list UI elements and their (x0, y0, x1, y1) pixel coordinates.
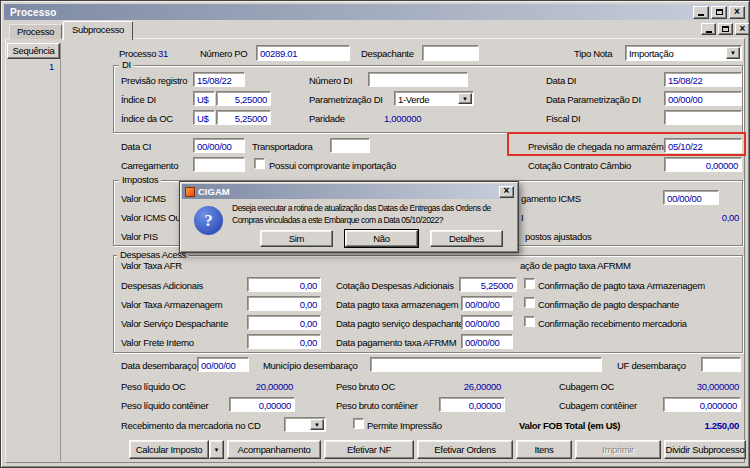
data-ci-field[interactable]: 00/00/00 (193, 138, 245, 153)
icms-fragment-value: 0,00 (691, 212, 739, 223)
icms-fragment-label: I (521, 212, 523, 223)
peso-bruto-oc-label: Peso bruto OC (336, 381, 395, 392)
despesas-adicionais-field[interactable]: 0,00 (247, 277, 321, 292)
indice-oc-field[interactable]: 5,25000 (216, 110, 271, 125)
cotacao-despesas-label: Cotação Despesas Adicionais (336, 280, 454, 291)
data-pagto-armazenagem-field[interactable]: 00/00/00 (461, 296, 513, 311)
previsao-registro-field[interactable]: 15/08/22 (193, 72, 245, 87)
minimize-glyph (698, 14, 704, 16)
recebimento-cd-chevron-down-icon[interactable]: ▼ (310, 419, 324, 430)
uf-desembaraco-field[interactable] (701, 357, 741, 372)
tab-processo[interactable]: Processo (9, 24, 62, 39)
itens-button[interactable]: Itens (516, 440, 572, 459)
conf-taxa-armazenagem-label: Confirmação de pagto taxa Armazenagem (538, 280, 705, 291)
calcular-imposto-dropdown-button[interactable]: ▼ (209, 440, 224, 459)
data-desembaraco-field[interactable]: 00/00/00 (197, 357, 249, 372)
tipo-nota-chevron-down-icon[interactable]: ▼ (726, 47, 740, 59)
uf-desembaraco-label: UF desembaraço (617, 360, 686, 371)
child-minimize-icon[interactable] (701, 23, 716, 35)
processo-value: 31 (158, 48, 168, 59)
conf-taxa-armazenagem-checkbox[interactable] (524, 278, 535, 289)
dividir-subprocesso-button[interactable]: Dividir Subprocesso (664, 440, 746, 459)
indice-oc-moeda-field[interactable]: U$ (193, 110, 215, 125)
impostos-ajustados-label: postos ajustados (525, 231, 592, 242)
data-di-field[interactable]: 15/08/22 (664, 72, 742, 87)
confirmacao-afrmm-label: ação de pagto taxa AFRMM (520, 260, 631, 271)
sequencia-row[interactable]: 1 (7, 61, 54, 72)
permite-impressao-checkbox[interactable] (353, 418, 364, 429)
peso-liquido-conteiner-field[interactable]: 0,00000 (229, 397, 295, 412)
recebimento-cd-label: Recebimento da mercadoria no CD (121, 420, 261, 431)
transportadora-field[interactable] (330, 138, 370, 153)
efetivar-nf-button[interactable]: Efetivar NF (324, 440, 414, 459)
carregamento-label: Carregamento (121, 160, 178, 171)
data-parametrizacao-di-field[interactable]: 00/00/00 (664, 91, 742, 106)
indice-di-field[interactable]: 5,25000 (216, 91, 271, 106)
dialog-titlebar: CIGAM × (182, 184, 516, 199)
peso-liquido-oc-label: Peso líquido OC (121, 381, 186, 392)
dialog-message-line2: Compras vinculadas a este Embarque com a… (232, 215, 518, 225)
valor-frete-interno-field[interactable]: 0,00 (247, 334, 321, 349)
peso-bruto-conteiner-field[interactable]: 0,00000 (439, 397, 505, 412)
data-pagto-armazenagem-label: Data pagto taxa armazenagem (336, 299, 458, 310)
chevron-down-glyph: ▼ (314, 422, 320, 428)
conf-despachante-checkbox[interactable] (524, 297, 535, 308)
dialog-close-icon[interactable]: × (499, 186, 514, 198)
fiscal-di-field[interactable] (664, 110, 742, 125)
efetivar-ordens-button[interactable]: Efetivar Ordens (417, 440, 513, 459)
detalhes-button[interactable]: Detalhes (430, 230, 503, 247)
calcular-imposto-button[interactable]: Calcular Imposto (129, 440, 209, 459)
question-glyph: ? (204, 211, 213, 231)
cotacao-despesas-field[interactable]: 5,25000 (459, 277, 517, 292)
window-titlebar: Processo × (4, 4, 747, 20)
parametrizacao-di-select[interactable]: 1-Verde ▼ (394, 91, 474, 106)
child-minimize-glyph (706, 31, 712, 33)
minimize-icon[interactable] (693, 6, 709, 19)
municipio-desembaraco-label: Município desembaraço (263, 360, 358, 371)
nao-button[interactable]: Não (345, 230, 418, 247)
carregamento-field[interactable] (193, 157, 245, 172)
sim-button[interactable]: Sim (260, 230, 333, 247)
parametrizacao-di-value: 1-Verde (398, 94, 429, 105)
valor-fob-label: Valor FOB Total (em U$) (519, 420, 620, 431)
valor-taxa-armazenagem-field[interactable]: 0,00 (247, 296, 321, 311)
numero-di-field[interactable] (368, 72, 468, 87)
fiscal-di-label: Fiscal DI (546, 113, 580, 124)
numero-po-label: Número PO (200, 48, 247, 59)
sequencia-column-header[interactable]: Sequência (7, 43, 60, 59)
valor-icms-outros-label: Valor ICMS Outr (121, 212, 185, 223)
indice-di-label: Índice DI (121, 94, 156, 105)
despachante-field[interactable] (422, 45, 479, 61)
municipio-desembaraco-field[interactable] (370, 357, 602, 372)
tipo-nota-select[interactable]: Importação ▼ (625, 45, 742, 61)
tipo-nota-label: Tipo Nota (574, 48, 612, 59)
indice-oc-label: Índice da OC (121, 113, 173, 124)
cigam-logo-icon (185, 187, 195, 197)
transportadora-label: Transportadora (252, 141, 312, 152)
child-close-icon[interactable]: × (735, 23, 750, 35)
numero-di-label: Número DI (309, 75, 352, 86)
despesas-adicionais-label: Despesas Adicionais (121, 280, 203, 291)
data-pagamento-afrmm-field[interactable]: 00/00/00 (461, 334, 513, 349)
numero-po-field[interactable]: 00289.01 (256, 45, 350, 61)
close-glyph: × (734, 7, 740, 17)
previsao-chegada-field[interactable]: 05/10/22 (664, 138, 742, 153)
chevron-down-glyph: ▼ (730, 50, 736, 56)
cubagem-conteiner-field[interactable]: 0,000000 (663, 397, 741, 412)
conf-recebimento-checkbox[interactable] (524, 316, 535, 327)
close-icon[interactable]: × (729, 6, 745, 19)
tab-subprocesso[interactable]: Subprocesso (63, 21, 133, 40)
parametrizacao-di-chevron-down-icon[interactable]: ▼ (458, 93, 472, 104)
acompanhamento-button[interactable]: Acompanhamento (227, 440, 321, 459)
pagamento-icms-field[interactable]: 00/00/00 (663, 190, 719, 205)
cotacao-contrato-field[interactable]: 0,00000 (664, 157, 742, 172)
recebimento-cd-select[interactable]: ▼ (284, 417, 326, 432)
child-maximize-glyph (722, 26, 729, 32)
possui-comprovante-checkbox[interactable] (254, 158, 265, 169)
child-maximize-icon[interactable] (718, 23, 733, 35)
data-pagto-despachante-field[interactable]: 00/00/00 (461, 315, 513, 330)
tipo-nota-value: Importação (629, 48, 674, 59)
maximize-icon[interactable] (711, 6, 727, 19)
indice-di-moeda-field[interactable]: U$ (193, 91, 215, 106)
valor-servico-despachante-field[interactable]: 0,00 (247, 315, 321, 330)
